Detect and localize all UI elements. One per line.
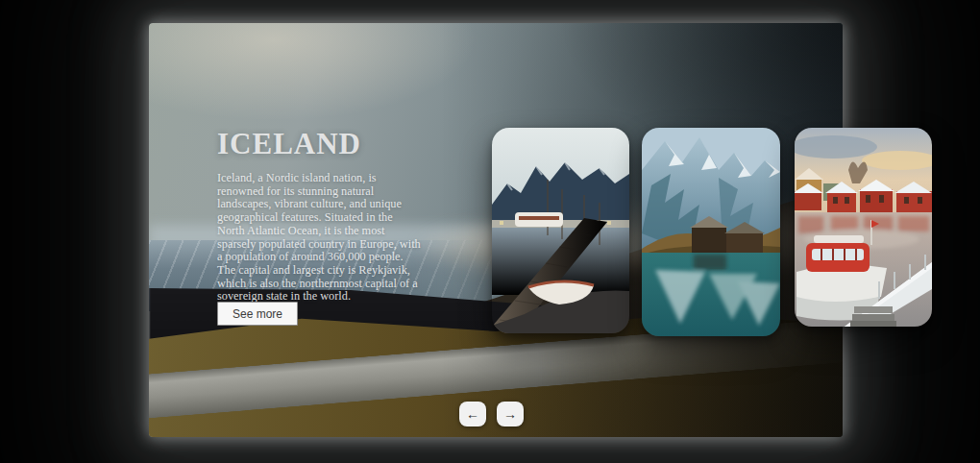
see-more-button[interactable]: See more bbox=[217, 302, 298, 326]
harbor-pier-photo bbox=[492, 128, 629, 333]
mountain-cabin-photo bbox=[642, 128, 780, 336]
prev-slide-button[interactable]: ← bbox=[459, 402, 486, 426]
arrow-left-icon: ← bbox=[466, 407, 479, 421]
arrow-right-icon: → bbox=[503, 407, 517, 421]
carousel-card-harbor-pier[interactable] bbox=[492, 128, 629, 333]
carousel-card-red-houses[interactable] bbox=[795, 128, 932, 327]
page-title: ICELAND bbox=[217, 127, 361, 161]
hero-description: Iceland, a Nordic island nation, is reno… bbox=[217, 172, 422, 304]
red-houses-photo bbox=[795, 128, 932, 327]
next-slide-button[interactable]: → bbox=[497, 402, 524, 426]
hero-slide-panel: ICELAND Iceland, a Nordic island nation,… bbox=[149, 23, 843, 437]
carousel-card-mountain-cabin[interactable] bbox=[642, 128, 780, 336]
